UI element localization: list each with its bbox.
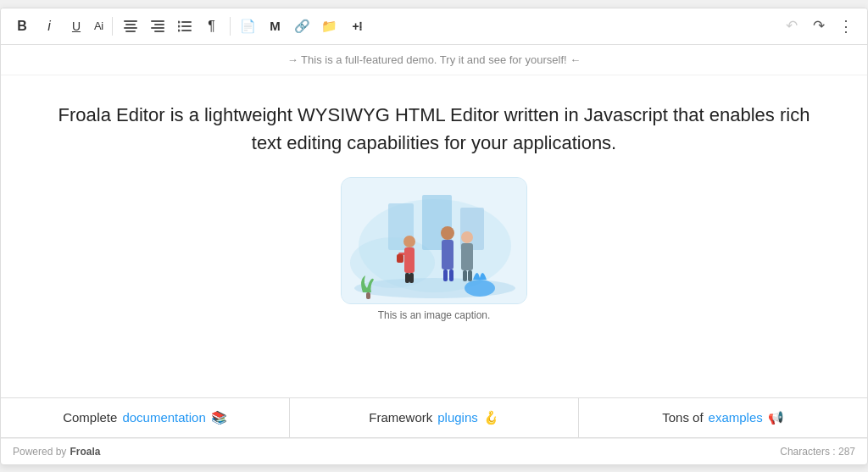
doc-link-text[interactable]: documentation [122, 410, 205, 425]
svg-rect-2 [124, 27, 137, 29]
character-count: Characters : 287 [780, 446, 855, 458]
folder-button[interactable]: 📁 [317, 14, 342, 39]
examples-emoji: 📢 [768, 410, 784, 425]
plugin-emoji: 🪝 [483, 410, 499, 425]
italic-button[interactable]: i [36, 14, 62, 39]
svg-rect-0 [124, 20, 137, 22]
more-button[interactable]: +⁞ [344, 14, 370, 39]
examples-prefix: Tons of [662, 410, 703, 425]
links-row: Complete documentation 📚 Framework plugi… [1, 397, 867, 438]
svg-rect-30 [443, 269, 448, 281]
toolbar: B i U Ai ¶ 📄 M 🔗 📁 +⁞ ↶ ↷ ⋮ [1, 8, 867, 45]
examples-link[interactable]: Tons of examples 📢 [579, 398, 867, 437]
align-button[interactable] [118, 14, 143, 39]
plugin-prefix: Framework [369, 410, 432, 425]
insert-link-button[interactable]: 🔗 [290, 14, 315, 39]
plugin-link-text[interactable]: plugins [437, 410, 478, 425]
image-placeholder [341, 177, 527, 304]
svg-rect-25 [405, 273, 409, 283]
image-container: This is an image caption. [332, 177, 536, 321]
toolbar-separator-1 [112, 17, 113, 36]
svg-rect-35 [468, 270, 472, 281]
svg-rect-7 [154, 31, 164, 32]
plugins-link[interactable]: Framework plugins 🪝 [290, 398, 579, 437]
svg-rect-1 [125, 24, 136, 25]
svg-point-11 [178, 20, 181, 23]
svg-point-22 [403, 236, 415, 247]
svg-point-12 [178, 25, 181, 27]
insert-image-button[interactable]: 📄 [236, 14, 261, 39]
svg-rect-4 [151, 20, 164, 22]
documentation-link[interactable]: Complete documentation 📚 [1, 398, 290, 437]
doc-emoji: 📚 [211, 410, 227, 425]
image-caption: This is an image caption. [378, 309, 491, 321]
svg-rect-26 [409, 273, 414, 283]
svg-rect-6 [151, 27, 164, 29]
bold-button[interactable]: B [9, 14, 35, 39]
svg-point-28 [441, 226, 454, 240]
ai-button[interactable]: Ai [91, 14, 107, 39]
toolbar-right: ↶ ↷ ⋮ [779, 14, 859, 39]
froala-brand: Froala [70, 446, 100, 458]
svg-rect-33 [461, 243, 473, 270]
align-right-button[interactable] [145, 14, 170, 39]
svg-rect-36 [366, 292, 370, 299]
svg-point-32 [461, 231, 473, 243]
demo-banner-text: → This is a full-featured demo. Try it a… [287, 53, 581, 66]
svg-rect-31 [449, 269, 453, 281]
svg-point-13 [178, 29, 181, 31]
svg-rect-3 [125, 31, 136, 32]
svg-rect-29 [442, 240, 453, 269]
svg-rect-5 [154, 24, 164, 25]
powered-by: Powered by Froala [13, 446, 100, 458]
svg-rect-9 [181, 25, 192, 27]
redo-button[interactable]: ↷ [806, 14, 832, 39]
toolbar-separator-2 [230, 17, 231, 36]
underline-button[interactable]: U [64, 14, 89, 39]
svg-point-21 [465, 280, 495, 297]
svg-rect-27 [397, 254, 403, 263]
examples-link-text[interactable]: examples [709, 410, 763, 425]
demo-banner: → This is a full-featured demo. Try it a… [1, 45, 867, 75]
svg-rect-10 [181, 30, 192, 31]
footer: Powered by Froala Characters : 287 [1, 438, 867, 464]
svg-rect-23 [404, 247, 415, 273]
powered-by-label: Powered by [13, 446, 66, 458]
svg-rect-34 [463, 270, 467, 281]
doc-prefix: Complete [63, 410, 117, 425]
editor-container: B i U Ai ¶ 📄 M 🔗 📁 +⁞ ↶ ↷ ⋮ → This is a … [0, 8, 868, 465]
insert-table-button[interactable]: M [263, 14, 288, 39]
overflow-menu-button[interactable]: ⋮ [833, 14, 859, 39]
paragraph-button[interactable]: ¶ [199, 14, 225, 39]
list-button[interactable] [172, 14, 198, 39]
editor-content[interactable]: Froala Editor is a lightweight WYSIWYG H… [1, 75, 867, 397]
svg-rect-8 [181, 21, 192, 23]
editor-main-text: Froala Editor is a lightweight WYSIWYG H… [52, 101, 816, 157]
undo-button[interactable]: ↶ [779, 14, 804, 39]
